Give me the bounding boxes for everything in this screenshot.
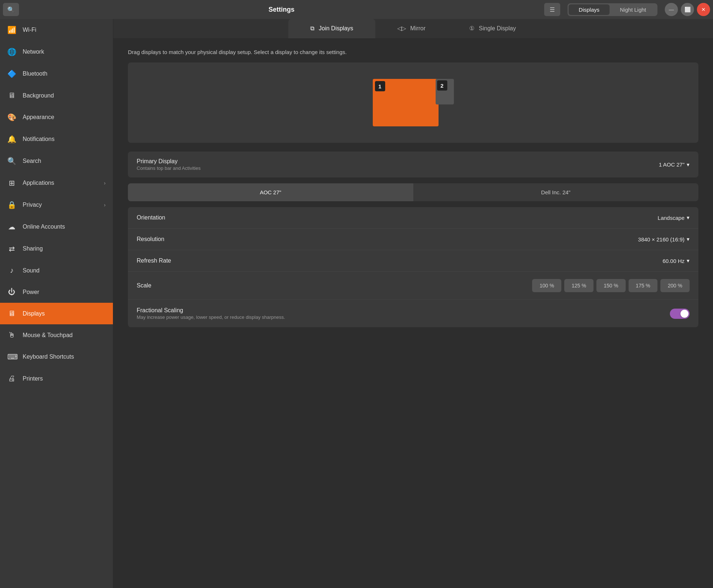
refresh-rate-field: Refresh Rate 60.00 Hz ▾	[128, 250, 698, 272]
primary-display-row: Primary Display Contains top bar and Act…	[128, 152, 698, 177]
orientation-label: Orientation	[137, 214, 658, 221]
search-sidebar-icon: 🔍	[7, 157, 16, 165]
main-layout: 📶 Wi-Fi 🌐 Network 🔷 Bluetooth 🖥 Backgrou…	[0, 19, 713, 588]
scale-control: 100 % 125 % 150 % 175 % 200 %	[532, 279, 690, 292]
minimize-button[interactable]: —	[665, 3, 678, 16]
single-display-label: Single Display	[479, 25, 516, 32]
displays-icon: 🖥	[7, 309, 16, 318]
monitor-2-preview[interactable]: 2	[436, 79, 454, 104]
fractional-scaling-label-group: Fractional Scaling May increase power us…	[137, 307, 670, 320]
maximize-button[interactable]: ⬜	[681, 3, 694, 16]
monitor-selector-tabs: AOC 27" Dell Inc. 24"	[128, 183, 698, 201]
printers-icon: 🖨	[7, 374, 16, 383]
monitor-1-badge: 1	[375, 81, 385, 91]
drag-hint: Drag displays to match your physical dis…	[128, 49, 698, 55]
appearance-icon: 🎨	[7, 113, 16, 122]
sidebar-item-keyboard-shortcuts[interactable]: ⌨ Keyboard Shortcuts	[0, 346, 113, 368]
sidebar-item-sharing[interactable]: ⇄ Sharing	[0, 238, 113, 260]
resolution-chevron-icon: ▾	[687, 236, 690, 243]
sidebar-item-notifications[interactable]: 🔔 Notifications	[0, 128, 113, 150]
primary-display-sub-label: Contains top bar and Activities	[137, 165, 659, 171]
content-inner: Drag displays to match your physical dis…	[113, 39, 713, 343]
sidebar-item-applications[interactable]: ⊞ Applications ›	[0, 172, 113, 194]
monitor-1-preview[interactable]: 1	[373, 79, 439, 126]
fractional-scaling-label: Fractional Scaling	[137, 307, 670, 314]
close-button[interactable]: ✕	[697, 3, 710, 16]
sidebar-label-appearance: Appearance	[23, 114, 54, 121]
sidebar-label-sharing: Sharing	[23, 245, 43, 252]
resolution-label: Resolution	[137, 236, 638, 243]
fractional-scaling-toggle[interactable]	[670, 309, 690, 319]
resolution-dropdown[interactable]: 3840 × 2160 (16:9) ▾	[638, 236, 690, 243]
primary-display-label: Primary Display Contains top bar and Act…	[137, 158, 659, 171]
primary-display-main-label: Primary Display	[137, 158, 659, 165]
display-mode-tabs: ⧉ Join Displays ◁▷ Mirror ① Single Displ…	[113, 19, 713, 39]
network-icon: 🌐	[7, 47, 16, 56]
search-button[interactable]: 🔍	[3, 3, 19, 16]
scale-200[interactable]: 200 %	[660, 279, 690, 292]
scale-125[interactable]: 125 %	[564, 279, 593, 292]
join-displays-icon: ⧉	[310, 25, 314, 32]
primary-display-dropdown[interactable]: 1 AOC 27" ▾	[659, 161, 690, 168]
monitor-tab-aoc[interactable]: AOC 27"	[128, 183, 413, 201]
monitor-tab-dell[interactable]: Dell Inc. 24"	[413, 183, 699, 201]
join-displays-label: Join Displays	[319, 25, 353, 32]
scale-100[interactable]: 100 %	[532, 279, 561, 292]
content-area: ⧉ Join Displays ◁▷ Mirror ① Single Displ…	[113, 19, 713, 588]
mirror-icon: ◁▷	[397, 25, 406, 32]
tab-mirror[interactable]: ◁▷ Mirror	[375, 19, 448, 38]
scale-175[interactable]: 175 %	[629, 279, 658, 292]
menu-button[interactable]: ☰	[544, 3, 560, 16]
mouse-icon: 🖱	[7, 331, 16, 339]
sidebar-label-mouse: Mouse & Touchpad	[23, 332, 73, 339]
privacy-chevron: ›	[104, 202, 106, 208]
display-preview[interactable]: 1 2	[128, 62, 698, 143]
sidebar-item-bluetooth[interactable]: 🔷 Bluetooth	[0, 63, 113, 85]
sidebar-label-bluetooth: Bluetooth	[23, 70, 48, 77]
refresh-rate-control: 60.00 Hz ▾	[663, 257, 690, 264]
sidebar-label-notifications: Notifications	[23, 136, 54, 142]
applications-chevron: ›	[104, 180, 106, 186]
scale-150[interactable]: 150 %	[596, 279, 626, 292]
bluetooth-icon: 🔷	[7, 69, 16, 78]
sidebar-item-privacy[interactable]: 🔒 Privacy ›	[0, 194, 113, 216]
orientation-value: Landscape	[658, 215, 684, 221]
sidebar-item-power[interactable]: ⏻ Power	[0, 281, 113, 303]
refresh-rate-dropdown[interactable]: 60.00 Hz ▾	[663, 257, 690, 264]
privacy-icon: 🔒	[7, 201, 16, 209]
sidebar-label-keyboard: Keyboard Shortcuts	[23, 354, 74, 360]
sidebar-item-sound[interactable]: ♪ Sound	[0, 260, 113, 281]
sidebar-item-displays[interactable]: 🖥 Displays	[0, 303, 113, 324]
single-display-icon: ①	[469, 25, 474, 32]
sidebar-label-sound: Sound	[23, 267, 39, 274]
refresh-rate-chevron-icon: ▾	[687, 257, 690, 264]
refresh-rate-value: 60.00 Hz	[663, 258, 684, 264]
fractional-scaling-sub-label: May increase power usage, lower speed, o…	[137, 314, 670, 320]
sidebar-item-search[interactable]: 🔍 Search	[0, 150, 113, 172]
orientation-control: Landscape ▾	[658, 214, 690, 221]
app-title: Settings	[19, 6, 544, 14]
fractional-scaling-field: Fractional Scaling May increase power us…	[128, 300, 698, 327]
sidebar-label-power: Power	[23, 289, 39, 295]
sidebar-label-privacy: Privacy	[23, 202, 42, 208]
window-controls: — ⬜ ✕	[665, 3, 710, 16]
titlebar-tabs: Displays Night Light	[568, 3, 657, 16]
monitor-2-badge: 2	[437, 80, 447, 91]
scale-buttons: 100 % 125 % 150 % 175 % 200 %	[532, 279, 690, 292]
background-icon: 🖥	[7, 91, 16, 100]
tab-join-displays[interactable]: ⧉ Join Displays	[288, 19, 375, 38]
scale-field: Scale 100 % 125 % 150 % 175 % 200 %	[128, 272, 698, 300]
tab-single-display[interactable]: ① Single Display	[447, 19, 538, 38]
sidebar-item-online-accounts[interactable]: ☁ Online Accounts	[0, 216, 113, 238]
orientation-dropdown[interactable]: Landscape ▾	[658, 214, 690, 221]
sidebar: 📶 Wi-Fi 🌐 Network 🔷 Bluetooth 🖥 Backgrou…	[0, 19, 113, 588]
sidebar-item-printers[interactable]: 🖨 Printers	[0, 368, 113, 389]
refresh-rate-label: Refresh Rate	[137, 257, 663, 264]
sidebar-item-mouse-touchpad[interactable]: 🖱 Mouse & Touchpad	[0, 324, 113, 346]
tab-night-light[interactable]: Night Light	[610, 4, 656, 15]
sidebar-item-network[interactable]: 🌐 Network	[0, 41, 113, 63]
sidebar-item-background[interactable]: 🖥 Background	[0, 85, 113, 106]
tab-displays[interactable]: Displays	[569, 4, 610, 15]
sidebar-item-appearance[interactable]: 🎨 Appearance	[0, 106, 113, 128]
sidebar-item-wifi[interactable]: 📶 Wi-Fi	[0, 19, 113, 41]
